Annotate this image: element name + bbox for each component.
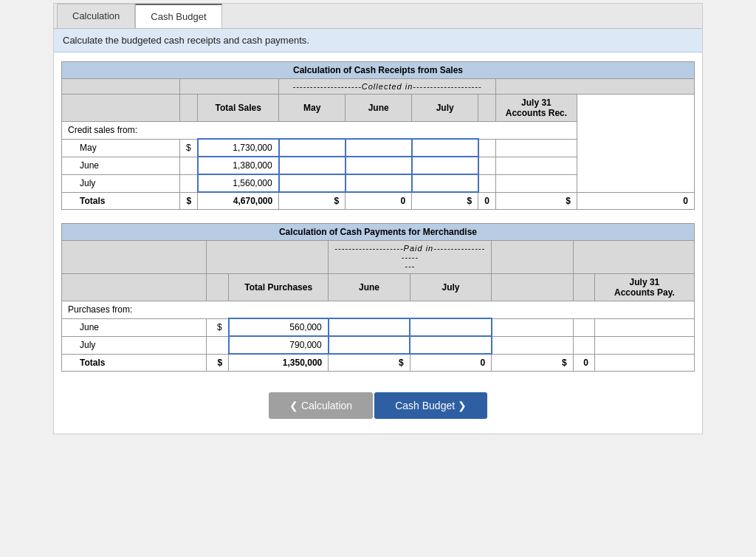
receipts-june-june[interactable] — [346, 157, 412, 174]
payments-july-june[interactable] — [329, 336, 410, 354]
next-button[interactable]: Cash Budget ❯ — [374, 392, 487, 419]
receipts-totals-may: 0 — [346, 192, 412, 210]
payments-june-july[interactable] — [410, 318, 492, 336]
receipts-col-may: May — [279, 95, 346, 122]
payments-july-label: July — [62, 336, 207, 354]
receipts-may-label: May — [62, 139, 180, 157]
receipts-totals-ar-dollar: $ — [495, 192, 577, 210]
receipts-totals-label: Totals — [62, 192, 180, 210]
table-row: May $ 1,730,000 — [62, 139, 695, 157]
receipts-col-ar-dollar — [478, 95, 496, 122]
tab-bar: Calculation Cash Budget — [54, 4, 702, 29]
receipts-june-dollar — [180, 157, 198, 174]
payments-june-total[interactable]: 560,000 — [229, 318, 329, 336]
receipts-may-dollar: $ — [180, 139, 198, 157]
payments-june-empty — [492, 318, 574, 336]
instruction-bar: Calculate the budgeted cash receipts and… — [54, 29, 702, 52]
receipts-june-july[interactable] — [412, 157, 478, 174]
receipts-col-ar: July 31Accounts Rec. — [495, 95, 577, 122]
payments-totals-label: Totals — [62, 354, 207, 372]
receipts-may-july[interactable] — [412, 139, 478, 157]
payments-july-ap — [594, 336, 694, 354]
tab-calculation[interactable]: Calculation — [57, 4, 135, 28]
receipts-section-label: Credit sales from: — [62, 122, 577, 140]
payments-july-empty — [492, 336, 574, 354]
payments-col-ap: July 31Accounts Pay. — [594, 274, 694, 301]
receipts-june-may[interactable] — [279, 157, 346, 174]
receipts-table: Calculation of Cash Receipts from Sales … — [61, 61, 695, 210]
payments-june-label: June — [62, 318, 207, 336]
payments-col-dollar — [207, 274, 229, 301]
payments-empty-h3 — [492, 241, 574, 274]
payments-june-ap-dollar — [573, 318, 594, 336]
payments-totals-dollar: $ — [207, 354, 229, 372]
payments-col-june: June — [329, 274, 410, 301]
receipts-june-label: June — [62, 157, 180, 174]
receipts-may-ar-dollar — [478, 139, 496, 157]
receipts-empty-h1 — [62, 79, 180, 95]
receipts-july-may[interactable] — [279, 174, 346, 192]
paid-in-header: --------------------Paid in-------------… — [329, 241, 492, 274]
payments-title: Calculation of Cash Payments for Merchan… — [62, 224, 695, 241]
payments-section-label: Purchases from: — [62, 301, 695, 319]
payments-totals-june: 0 — [410, 354, 492, 372]
payments-totals-july: 0 — [573, 354, 594, 372]
receipts-june-ar — [495, 157, 577, 174]
receipts-may-june[interactable] — [346, 139, 412, 157]
receipts-june-total[interactable]: 1,380,000 — [198, 157, 279, 174]
main-content: Calculation of Cash Receipts from Sales … — [54, 52, 702, 434]
receipts-july-june[interactable] — [346, 174, 412, 192]
payments-section-label-row: Purchases from: — [62, 301, 695, 319]
receipts-totals-may-dollar: $ — [279, 192, 346, 210]
receipts-col-june: June — [346, 95, 412, 122]
receipts-totals-dollar: $ — [180, 192, 198, 210]
payments-july-ap-dollar — [573, 336, 594, 354]
table-row: July 1,560,000 — [62, 174, 695, 192]
payments-col-ap-dollar — [573, 274, 594, 301]
nav-buttons: ❮ Calculation Cash Budget ❯ — [61, 385, 695, 426]
receipts-july-ar-dollar — [478, 174, 496, 192]
prev-button[interactable]: ❮ Calculation — [269, 392, 373, 419]
receipts-totals-row: Totals $ 4,670,000 $ 0 — [62, 192, 695, 210]
table-row: June 1,380,000 — [62, 157, 695, 174]
payments-totals-total: 1,350,000 — [229, 354, 329, 372]
receipts-col-empty — [62, 95, 180, 122]
receipts-totals-june: 0 — [478, 192, 496, 210]
payments-totals-empty — [594, 354, 694, 372]
payments-june-ap — [594, 318, 694, 336]
receipts-totals-total: 4,670,000 — [198, 192, 279, 210]
receipts-col-total-sales: Total Sales — [198, 95, 279, 122]
receipts-may-may[interactable] — [279, 139, 346, 157]
receipts-may-total[interactable]: 1,730,000 — [198, 139, 279, 157]
receipts-may-ar — [495, 139, 577, 157]
collected-in-header: --------------------Collected in--------… — [279, 79, 496, 95]
tab-cash-budget[interactable]: Cash Budget — [135, 4, 221, 28]
payments-table: Calculation of Cash Payments for Merchan… — [61, 223, 695, 372]
receipts-section-label-row: Credit sales from: — [62, 122, 695, 140]
payments-section: Calculation of Cash Payments for Merchan… — [61, 223, 695, 372]
receipts-july-total[interactable]: 1,560,000 — [198, 174, 279, 192]
payments-col-empty2 — [492, 274, 574, 301]
receipts-july-july[interactable] — [412, 174, 478, 192]
payments-june-june[interactable] — [329, 318, 410, 336]
payments-empty-h2 — [207, 241, 329, 274]
payments-col-total: Total Purchases — [229, 274, 329, 301]
payments-july-dollar — [207, 336, 229, 354]
receipts-totals-ar: 0 — [577, 192, 694, 210]
payments-totals-july-dollar: $ — [492, 354, 574, 372]
receipts-july-ar — [495, 174, 577, 192]
receipts-july-dollar — [180, 174, 198, 192]
payments-totals-june-dollar: $ — [329, 354, 410, 372]
receipts-totals-june-dollar: $ — [412, 192, 478, 210]
receipts-empty-h3 — [495, 79, 694, 95]
table-row: June $ 560,000 — [62, 318, 695, 336]
payments-july-total[interactable]: 790,000 — [229, 336, 329, 354]
payments-empty-h1 — [62, 241, 207, 274]
payments-july-july[interactable] — [410, 336, 492, 354]
payments-col-empty — [62, 274, 207, 301]
receipts-title: Calculation of Cash Receipts from Sales — [62, 62, 695, 79]
app-container: Calculation Cash Budget Calculate the bu… — [53, 3, 703, 434]
payments-col-july: July — [410, 274, 492, 301]
receipts-col-dollar — [180, 95, 198, 122]
table-row: July 790,000 — [62, 336, 695, 354]
